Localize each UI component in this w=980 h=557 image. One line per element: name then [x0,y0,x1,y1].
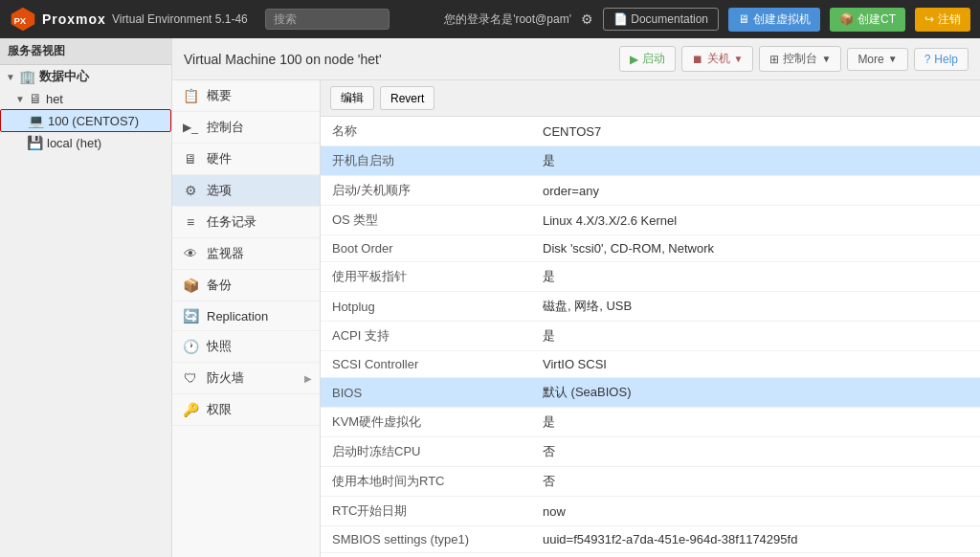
option-key: Boot Order [321,235,531,262]
option-value: 否 [531,437,980,467]
option-value: order=any [531,176,980,206]
table-row: 启动/关机顺序order=any [321,176,980,206]
options-table: 名称CENTOS7开机自启动是启动/关机顺序order=anyOS 类型Linu… [321,117,980,557]
more-button[interactable]: More ▼ [847,48,907,71]
tasks-icon: ≡ [182,214,199,230]
nav-item-snapshots[interactable]: 🕐 快照 [172,331,320,363]
option-value: 否 [531,467,980,497]
table-row: RTC开始日期now [321,497,980,526]
option-value: CENTOS7 [531,117,980,146]
option-key: Hotplug [321,292,531,322]
table-row: 启动时冻结CPU否 [321,437,980,467]
table-row: BIOS默认 (SeaBIOS) [321,378,980,408]
option-key: RTC开始日期 [321,497,531,526]
sidebar-item-storage[interactable]: 💾 local (het) [0,132,171,153]
console-icon: ▶_ [182,121,199,134]
sidebar-item-label: 数据中心 [39,68,89,85]
table-row: Hotplug磁盘, 网络, USB [321,292,980,322]
hardware-icon: 🖥 [182,151,199,167]
sidebar-item-label: het [46,92,63,106]
logout-button[interactable]: ↪ 注销 [915,8,970,32]
edit-button[interactable]: 编辑 [330,86,374,110]
table-row: Boot OrderDisk 'scsi0', CD-ROM, Network [321,235,980,262]
option-value: now [531,497,980,526]
stop-icon: ⏹ [692,53,703,66]
table-row: KVM硬件虚拟化是 [321,408,980,437]
option-value: 磁盘, 网络, USB [531,292,980,322]
nav-item-options[interactable]: ⚙ 选项 [172,175,320,207]
option-value: 是 [531,262,980,292]
create-ct-button[interactable]: 📦 创建CT [830,8,905,32]
create-vm-button[interactable]: 🖥 创建虚拟机 [728,8,820,32]
logout-icon: ↪ [924,12,934,26]
sidebar-item-datacenter[interactable]: ▼ 🏢 数据中心 [0,65,171,88]
vm-icon: 💻 [28,113,44,128]
top-navbar: PX Proxmox Virtual Environment 5.1-46 您的… [0,0,980,38]
help-icon: ? [924,53,931,66]
monitor-icon: 🖥 [738,12,749,26]
left-nav: 📋 概要 ▶_ 控制台 🖥 硬件 ⚙ 选项 ≡ 任务记录 [172,80,321,557]
table-row: 开机自启动是 [321,146,980,176]
option-value: Linux 4.X/3.X/2.6 Kernel [531,206,980,235]
option-key: SCSI Controller [321,351,531,378]
option-key: 使用平板指针 [321,262,531,292]
console-button[interactable]: ⊞ 控制台 ▼ [759,46,841,72]
nav-user-label: 您的登录名是'root@pam' [444,11,571,28]
nav-item-summary[interactable]: 📋 概要 [172,80,320,112]
sidebar-item-het[interactable]: ▼ 🖥 het [0,88,171,109]
chevron-down-icon: ▼ [15,94,25,104]
gear-icon[interactable]: ⚙ [581,11,593,27]
option-key: KVM硬件虚拟化 [321,408,531,437]
nav-item-hardware[interactable]: 🖥 硬件 [172,144,320,175]
search-input[interactable] [265,9,390,30]
option-value: 是 [531,322,980,351]
nav-item-backup[interactable]: 📦 备份 [172,270,320,301]
console-icon: ⊞ [769,53,779,66]
help-button[interactable]: ? Help [914,48,969,71]
chevron-right-icon: ▶ [304,373,312,384]
nav-item-tasks[interactable]: ≡ 任务记录 [172,207,320,238]
logo-area: PX Proxmox Virtual Environment 5.1-46 [10,6,256,33]
datacenter-icon: 🏢 [19,69,35,84]
proxmox-logo-icon: PX [10,6,36,33]
detail-toolbar: 编辑 Revert [321,80,980,117]
option-value: 否 [531,553,980,558]
revert-button[interactable]: Revert [380,86,434,110]
doc-icon: 📄 [613,12,628,26]
table-row: SCSI ControllerVirtIO SCSI [321,351,980,378]
logo-text: Proxmox [42,11,106,27]
vm-actions: ▶ 启动 ⏹ 关机 ▼ ⊞ 控制台 ▼ More ▼ ? [619,46,969,72]
sidebar: 服务器视图 ▼ 🏢 数据中心 ▼ 🖥 het 💻 100 (CENTOS7) 💾… [0,38,172,557]
option-value: Disk 'scsi0', CD-ROM, Network [531,235,980,262]
nav-item-firewall[interactable]: 🛡 防火墙 ▶ [172,363,320,394]
chevron-down-icon: ▼ [888,54,898,64]
start-button[interactable]: ▶ 启动 [619,46,676,72]
option-key: 启动时冻结CPU [321,437,531,467]
firewall-icon: 🛡 [182,370,199,386]
nav-item-monitor[interactable]: 👁 监视器 [172,238,320,270]
option-value: 是 [531,146,980,176]
permissions-icon: 🔑 [182,402,199,417]
panel-layout: 📋 概要 ▶_ 控制台 🖥 硬件 ⚙ 选项 ≡ 任务记录 [172,80,980,557]
summary-icon: 📋 [182,88,199,103]
nav-item-permissions[interactable]: 🔑 权限 [172,394,320,426]
option-key: OS 类型 [321,206,531,235]
nav-item-replication[interactable]: 🔄 Replication [172,301,320,331]
nav-version: Virtual Environment 5.1-46 [112,12,248,26]
option-key: 名称 [321,117,531,146]
table-row: ACPI 支持是 [321,322,980,351]
stop-button[interactable]: ⏹ 关机 ▼ [681,46,754,72]
container-icon: 📦 [839,12,854,26]
content-area: Virtual Machine 100 on node 'het' ▶ 启动 ⏹… [172,38,980,557]
sidebar-item-vm[interactable]: 💻 100 (CENTOS7) [0,109,171,132]
vm-header: Virtual Machine 100 on node 'het' ▶ 启动 ⏹… [172,38,980,80]
option-value: VirtIO SCSI [531,351,980,378]
sidebar-title: 服务器视图 [0,38,171,65]
nav-item-console[interactable]: ▶_ 控制台 [172,112,320,144]
vm-title: Virtual Machine 100 on node 'het' [184,52,382,67]
table-row: 名称CENTOS7 [321,117,980,146]
detail-panel: 编辑 Revert 名称CENTOS7开机自启动是启动/关机顺序order=an… [321,80,980,557]
documentation-button[interactable]: 📄 Documentation [603,8,719,31]
monitor-icon: 👁 [182,246,199,261]
sidebar-item-label: 100 (CENTOS7) [48,114,139,128]
